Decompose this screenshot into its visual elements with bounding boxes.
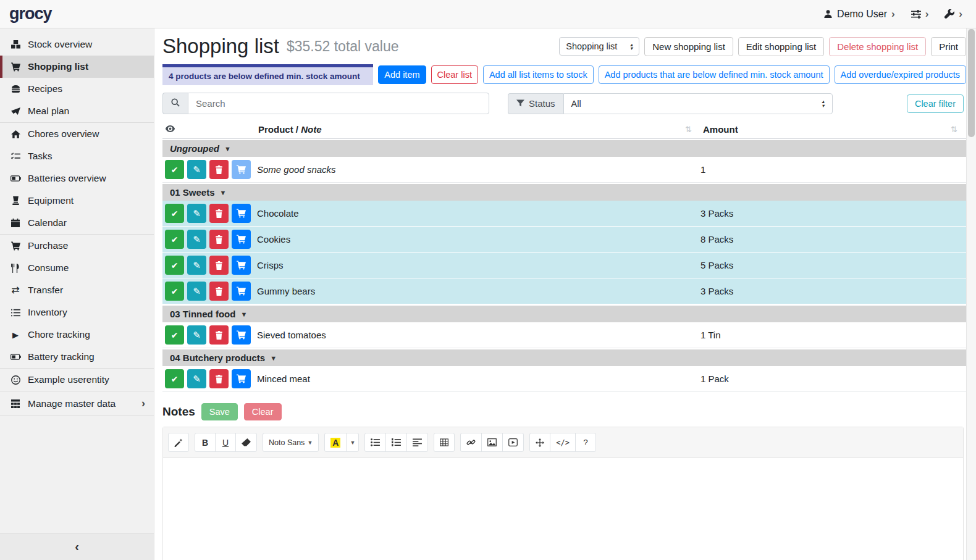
search-input[interactable] — [188, 93, 489, 114]
product-group-row[interactable]: Ungrouped▼ — [162, 139, 966, 157]
insert-video-button[interactable] — [502, 433, 524, 452]
add-below-min-stock-button[interactable]: Add products that are below defined min.… — [599, 65, 830, 84]
save-notes-button[interactable]: Save — [201, 403, 238, 420]
amount-value: 3 Packs — [700, 286, 966, 296]
sidebar-item-recipes[interactable]: Recipes — [0, 78, 154, 100]
scrollbar[interactable] — [966, 28, 976, 560]
code-view-button[interactable]: </> — [550, 433, 576, 452]
done-button[interactable]: ✔ — [165, 204, 184, 223]
edit-button[interactable]: ✎ — [187, 204, 206, 223]
underline-button[interactable]: U — [215, 433, 236, 452]
sidebar-item-label: Transfer — [28, 285, 63, 296]
edit-shopping-list-button[interactable]: Edit shopping list — [738, 37, 824, 56]
sidebar-item-example-userentity[interactable]: Example userentity — [0, 369, 154, 391]
shopping-list-selector[interactable]: Shopping list ▴▾ — [559, 37, 639, 56]
sidebar-item-label: Shopping list — [28, 61, 88, 72]
sidebar-item-chore-tracking[interactable]: ▶Chore tracking — [0, 324, 154, 346]
edit-button[interactable]: ✎ — [187, 282, 206, 301]
add-to-stock-button[interactable] — [232, 230, 251, 249]
sidebar-item-transfer[interactable]: ⇄Transfer — [0, 279, 154, 301]
add-all-to-stock-button[interactable]: Add all list items to stock — [483, 65, 594, 84]
ordered-list-button[interactable] — [385, 433, 407, 452]
magic-style-button[interactable] — [168, 433, 189, 452]
product-group-row[interactable]: 03 Tinned food▼ — [162, 304, 966, 322]
sidebar-item-shopping-list[interactable]: Shopping list — [0, 56, 154, 78]
edit-button[interactable]: ✎ — [187, 230, 206, 249]
delete-button[interactable] — [209, 256, 229, 275]
font-family-button[interactable]: Noto Sans▼ — [263, 433, 319, 452]
burger-icon — [9, 85, 22, 93]
done-button[interactable]: ✔ — [165, 369, 184, 388]
clear-notes-button[interactable]: Clear — [244, 403, 282, 420]
font-color-button[interactable]: A — [324, 433, 347, 452]
sidebar-item-manage-master-data[interactable]: Manage master data› — [0, 391, 154, 416]
fullscreen-icon — [536, 438, 544, 447]
sort-icon[interactable]: ⇅ — [951, 125, 964, 134]
delete-button[interactable] — [209, 282, 229, 301]
transfer-icon: ⇄ — [9, 285, 22, 295]
delete-button[interactable] — [209, 369, 229, 388]
add-to-stock-button[interactable] — [232, 369, 251, 388]
add-to-stock-button[interactable] — [232, 204, 251, 223]
insert-table-button[interactable] — [434, 433, 455, 452]
edit-button[interactable]: ✎ — [187, 256, 206, 275]
insert-video-icon — [508, 438, 518, 446]
clear-filter-button[interactable]: Clear filter — [907, 94, 964, 113]
sidebar-item-battery-tracking[interactable]: Battery tracking — [0, 346, 154, 369]
status-filter-select[interactable]: All ▴▾ — [563, 93, 833, 114]
help-button[interactable]: ? — [575, 433, 596, 452]
user-menu[interactable]: Demo User › — [823, 9, 895, 20]
sidebar-item-tasks[interactable]: Tasks — [0, 145, 154, 167]
done-button[interactable]: ✔ — [165, 230, 184, 249]
delete-shopping-list-button[interactable]: Delete shopping list — [829, 37, 926, 56]
edit-button[interactable]: ✎ — [187, 369, 206, 388]
edit-button[interactable]: ✎ — [187, 160, 206, 179]
delete-button[interactable] — [209, 160, 229, 179]
delete-button[interactable] — [209, 325, 229, 345]
sidebar-item-inventory[interactable]: Inventory — [0, 301, 154, 324]
sort-icon[interactable]: ⇅ — [685, 125, 698, 134]
print-button[interactable]: Print — [931, 37, 966, 56]
paragraph-align-button[interactable] — [406, 433, 428, 452]
status-filter-label: Status — [508, 93, 563, 114]
done-button[interactable]: ✔ — [165, 325, 184, 345]
settings-menu[interactable]: › — [911, 9, 929, 19]
bold-button[interactable]: B — [195, 433, 216, 452]
add-to-stock-button[interactable] — [232, 282, 251, 301]
admin-menu[interactable]: › — [944, 9, 962, 19]
delete-button[interactable] — [209, 204, 229, 223]
add-to-stock-button[interactable] — [232, 160, 251, 179]
font-color-picker-button[interactable]: ▼ — [346, 433, 359, 452]
add-to-stock-button[interactable] — [232, 256, 251, 275]
sidebar-collapse-button[interactable]: ‹ — [0, 533, 154, 560]
sidebar-item-equipment[interactable]: Equipment — [0, 190, 154, 212]
notes-editor-area[interactable] — [163, 458, 963, 560]
unordered-list-button[interactable] — [364, 433, 386, 452]
product-column-header[interactable]: Product / Note ⇅ — [256, 124, 700, 135]
add-to-stock-button[interactable] — [232, 325, 251, 345]
add-overdue-button[interactable]: Add overdue/expired products — [835, 65, 966, 84]
new-shopping-list-button[interactable]: New shopping list — [644, 37, 733, 56]
fullscreen-button[interactable] — [529, 433, 550, 452]
insert-picture-button[interactable] — [481, 433, 503, 452]
delete-button[interactable] — [209, 230, 229, 249]
done-button[interactable]: ✔ — [165, 256, 184, 275]
sidebar-item-calendar[interactable]: Calendar — [0, 212, 154, 235]
done-button[interactable]: ✔ — [165, 160, 184, 179]
product-group-row[interactable]: 04 Butchery products▼ — [162, 348, 966, 366]
scrollbar-thumb[interactable] — [968, 29, 975, 137]
edit-button[interactable]: ✎ — [187, 325, 206, 345]
sidebar-item-batteries-overview[interactable]: Batteries overview — [0, 167, 154, 190]
amount-column-header[interactable]: Amount ⇅ — [700, 124, 966, 135]
sidebar-item-purchase[interactable]: Purchase — [0, 235, 154, 257]
product-group-row[interactable]: 01 Sweets▼ — [162, 183, 966, 201]
sidebar-item-consume[interactable]: Consume — [0, 257, 154, 279]
sidebar-item-meal-plan[interactable]: Meal plan — [0, 100, 154, 123]
done-button[interactable]: ✔ — [165, 282, 184, 301]
insert-link-button[interactable] — [460, 433, 482, 452]
clear-formatting-button[interactable] — [235, 433, 257, 452]
sidebar-item-stock-overview[interactable]: Stock overview — [0, 33, 154, 56]
clear-list-button[interactable]: Clear list — [431, 65, 478, 84]
add-item-button[interactable]: Add item — [378, 65, 426, 84]
sidebar-item-chores-overview[interactable]: Chores overview — [0, 123, 154, 145]
